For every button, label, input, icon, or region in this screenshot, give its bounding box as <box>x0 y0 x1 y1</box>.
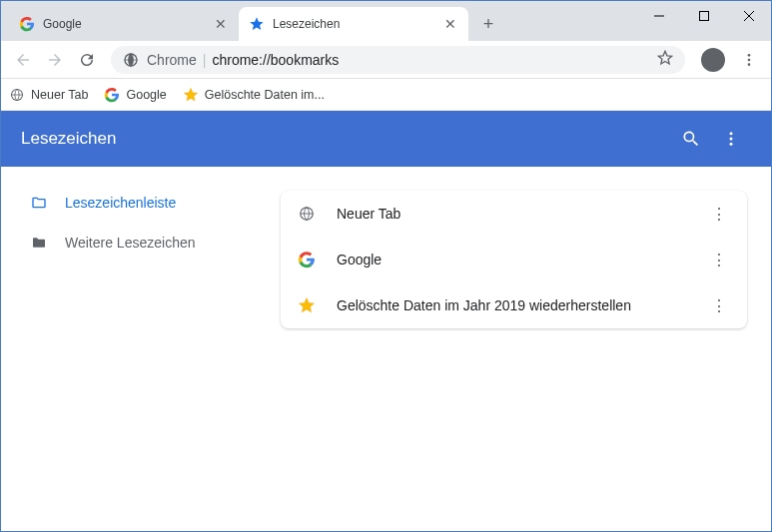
minimize-button[interactable] <box>636 1 681 31</box>
bookmark-label: Neuer Tab <box>337 206 707 222</box>
more-icon[interactable]: ⋮ <box>707 296 731 315</box>
google-icon <box>297 250 317 269</box>
bookmark-bar-item[interactable]: Neuer Tab <box>9 87 88 103</box>
browser-menu-button[interactable] <box>735 46 763 74</box>
sidebar-item-bookmarkbar[interactable]: Lesezeichenleiste <box>29 183 281 223</box>
back-button[interactable] <box>9 46 37 74</box>
omnibox-prefix: Chrome <box>147 52 197 68</box>
bookmark-bar-item[interactable]: Gelöschte Daten im... <box>183 87 325 103</box>
bookmarks-manager-body: Lesezeichenleiste Weitere Lesezeichen Ne… <box>1 167 771 531</box>
main-content: Neuer Tab ⋮ Google ⋮ Gelöschte Daten im … <box>281 167 771 531</box>
omnibox-divider: | <box>203 52 207 68</box>
sidebar-item-label: Lesezeichenleiste <box>65 195 176 211</box>
sidebar-item-label: Weitere Lesezeichen <box>65 235 195 251</box>
star-icon <box>249 16 265 32</box>
svg-point-6 <box>748 54 751 57</box>
page-title: Lesezeichen <box>21 129 671 149</box>
google-icon <box>19 16 35 32</box>
bookmark-label: Gelöschte Daten im Jahr 2019 wiederherst… <box>337 297 707 313</box>
tab-strip: Google ✕ Lesezeichen ✕ + <box>1 7 636 41</box>
close-icon[interactable]: ✕ <box>442 16 458 32</box>
forward-button[interactable] <box>41 46 69 74</box>
toolbar: Chrome | chrome://bookmarks <box>1 41 771 79</box>
globe-icon <box>297 204 317 224</box>
bookmark-bar-label: Gelöschte Daten im... <box>205 88 325 102</box>
folder-icon <box>29 235 49 251</box>
svg-rect-1 <box>699 12 708 21</box>
star-yellow-icon <box>183 87 199 103</box>
profile-avatar[interactable] <box>701 48 725 72</box>
tab-bookmarks[interactable]: Lesezeichen ✕ <box>239 7 468 41</box>
bookmark-label: Google <box>337 252 707 267</box>
omnibox[interactable]: Chrome | chrome://bookmarks <box>111 46 685 74</box>
google-icon <box>104 87 120 103</box>
svg-point-7 <box>748 58 751 61</box>
sidebar: Lesezeichenleiste Weitere Lesezeichen <box>1 167 281 531</box>
bookmark-bar-item[interactable]: Google <box>104 87 166 103</box>
tab-title: Lesezeichen <box>273 17 442 31</box>
tab-title: Google <box>43 17 213 31</box>
window-controls <box>636 1 771 41</box>
svg-point-11 <box>730 132 733 135</box>
svg-point-12 <box>730 138 733 141</box>
maximize-button[interactable] <box>681 1 726 31</box>
bookmarks-bar: Neuer Tab Google Gelöschte Daten im... <box>1 79 771 111</box>
svg-point-8 <box>748 63 751 66</box>
manager-menu-button[interactable] <box>711 119 751 159</box>
sidebar-item-other[interactable]: Weitere Lesezeichen <box>29 223 281 263</box>
star-yellow-icon <box>297 295 317 315</box>
more-icon[interactable]: ⋮ <box>707 251 731 269</box>
bookmark-bar-label: Google <box>126 88 166 102</box>
close-icon[interactable]: ✕ <box>213 16 229 32</box>
omnibox-url: chrome://bookmarks <box>212 52 339 68</box>
folder-icon <box>29 195 49 211</box>
tab-google[interactable]: Google ✕ <box>9 7 239 41</box>
svg-point-13 <box>730 143 733 146</box>
bookmark-row[interactable]: Google ⋮ <box>281 237 747 282</box>
bookmark-bar-label: Neuer Tab <box>31 88 88 102</box>
bookmark-row[interactable]: Gelöschte Daten im Jahr 2019 wiederherst… <box>281 282 747 328</box>
titlebar: Google ✕ Lesezeichen ✕ + <box>1 1 771 41</box>
more-icon[interactable]: ⋮ <box>707 205 731 224</box>
reload-button[interactable] <box>73 46 101 74</box>
search-button[interactable] <box>671 119 711 159</box>
globe-icon <box>9 87 25 103</box>
close-window-button[interactable] <box>726 1 771 31</box>
new-tab-button[interactable]: + <box>474 10 502 38</box>
site-info-icon[interactable] <box>123 52 139 68</box>
bookmark-star-icon[interactable] <box>657 50 673 69</box>
bookmark-list: Neuer Tab ⋮ Google ⋮ Gelöschte Daten im … <box>281 191 747 328</box>
bookmark-row[interactable]: Neuer Tab ⋮ <box>281 191 747 237</box>
bookmarks-manager-header: Lesezeichen <box>1 111 771 167</box>
